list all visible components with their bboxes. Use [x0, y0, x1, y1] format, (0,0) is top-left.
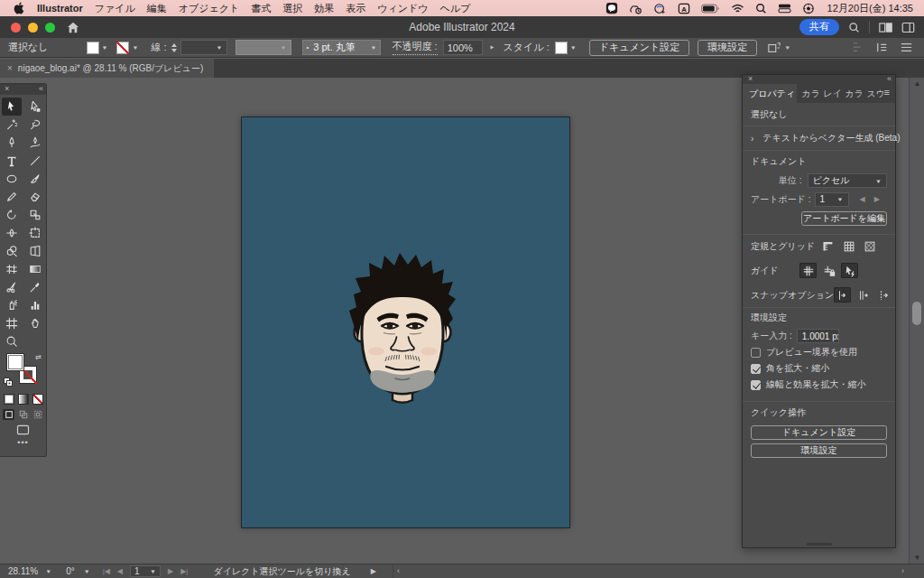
panel-tab-3[interactable]: レイヤー [818, 84, 840, 103]
prev-artboard-icon[interactable]: ◀ [860, 195, 865, 203]
line-app-icon[interactable] [605, 2, 618, 14]
tools-close-icon[interactable]: × [5, 84, 9, 94]
rotation-value[interactable]: 0° [66, 566, 75, 576]
rotate-tool[interactable] [2, 206, 22, 224]
panel-tab-4[interactable]: カラーガイド [841, 84, 863, 103]
artboard-dropdown[interactable]: 1▼ [815, 192, 849, 207]
tools-collapse-icon[interactable]: « [39, 84, 42, 94]
style-swatch[interactable] [555, 42, 568, 54]
text-to-vector-row[interactable]: › テキストからベクター生成 (Beta) [751, 126, 887, 150]
browser-assist-icon[interactable] [653, 3, 667, 14]
rotation-chevron[interactable]: ▼ [84, 569, 90, 574]
close-tab-icon[interactable]: × [7, 63, 13, 73]
menu-item[interactable]: ウィンドウ [377, 3, 428, 14]
key-input-field[interactable]: 1.0001 px [797, 329, 839, 343]
draw-normal-button[interactable] [3, 409, 14, 420]
preferences-button[interactable]: 環境設定 [698, 40, 757, 56]
menu-item[interactable]: ヘルプ [440, 3, 471, 14]
unit-dropdown[interactable]: ピクセル▼ [808, 173, 887, 188]
arrange-documents-icon[interactable] [879, 22, 892, 33]
control-center-icon[interactable] [802, 3, 815, 14]
lasso-tool[interactable] [25, 116, 45, 134]
expand-chevron-icon[interactable]: › [751, 134, 753, 144]
panel-dock-icon[interactable] [875, 42, 889, 53]
symbol-sprayer-tool[interactable] [2, 296, 22, 314]
quick-document-setup-button[interactable]: ドキュメント設定 [751, 425, 887, 440]
checkbox-unchecked-icon[interactable] [751, 348, 761, 358]
brush-definition-chevron[interactable]: ▼ [368, 40, 381, 55]
edit-toolbar-icon[interactable]: ••• [0, 438, 46, 447]
scroll-right-icon[interactable]: › [901, 566, 904, 575]
next-artboard-icon2[interactable]: ▶ [168, 567, 173, 575]
menu-item[interactable]: オブジェクト [179, 3, 240, 14]
snap-to-pixel-icon[interactable] [875, 287, 892, 303]
fill-stroke-indicator[interactable]: ⇄ [0, 352, 46, 392]
menu-item[interactable]: Illustrator [37, 3, 83, 14]
fill-color-box[interactable] [6, 353, 24, 371]
zoom-chevron[interactable]: ▼ [45, 569, 51, 574]
curvature-tool[interactable] [25, 134, 45, 152]
artboard-nav-field[interactable]: 1▼ [130, 565, 161, 577]
column-graph-tool[interactable] [25, 296, 45, 314]
variable-width-profile[interactable]: ▼ [236, 40, 291, 55]
quick-preferences-button[interactable]: 環境設定 [751, 443, 887, 458]
prev-artboard-icon2[interactable]: ◀ [117, 567, 123, 575]
artboard-tool[interactable] [2, 314, 22, 332]
pen-tool[interactable] [2, 134, 22, 152]
preference-checkbox-row[interactable]: 線幅と効果を拡大・縮小 [751, 377, 887, 393]
next-artboard-icon[interactable]: ▶ [874, 195, 880, 203]
panel-collapse-icon[interactable]: « [887, 74, 891, 83]
panel-tab-2[interactable]: カラー [797, 84, 818, 103]
checkbox-checked-icon[interactable] [751, 364, 761, 374]
show-guides-icon[interactable] [799, 263, 817, 278]
document-setup-button[interactable]: ドキュメント設定 [589, 40, 690, 56]
input-source-icon[interactable]: A [678, 3, 690, 14]
vertical-scrollbar-thumb[interactable] [912, 302, 921, 325]
hand-tool[interactable] [25, 314, 45, 332]
opacity-expand-chevron[interactable]: ▼ [488, 44, 494, 51]
isolate-selection-icon[interactable] [767, 42, 781, 54]
width-tool[interactable] [2, 224, 22, 242]
gradient-tool[interactable] [25, 260, 45, 278]
panel-tab-1[interactable]: プロパティ [743, 84, 797, 103]
swap-fill-stroke-icon[interactable]: ⇄ [35, 353, 42, 361]
panel-close-icon[interactable]: × [748, 74, 753, 83]
eyedropper-tool[interactable] [25, 278, 45, 296]
pencil-tool[interactable] [2, 188, 22, 206]
edit-artboards-button[interactable]: アートボードを編集 [801, 211, 887, 226]
default-fill-stroke-icon[interactable] [4, 378, 14, 387]
scroll-up-icon[interactable]: ▲ [910, 79, 924, 88]
panel-resize-grip[interactable] [807, 543, 832, 545]
transparency-grid-icon[interactable] [861, 239, 878, 255]
wifi-icon[interactable] [731, 4, 744, 14]
selection-tool[interactable] [2, 98, 22, 116]
battery-icon[interactable] [701, 4, 720, 14]
time-tracker-icon[interactable] [629, 3, 642, 14]
screen-mode-button[interactable] [0, 424, 46, 435]
fill-swatch[interactable] [87, 42, 99, 54]
magic-wand-tool[interactable] [2, 116, 22, 134]
opacity-label[interactable]: 不透明度 : [393, 40, 438, 55]
spotlight-icon[interactable] [755, 3, 767, 14]
panel-tab-5[interactable]: スウォッチ [863, 84, 884, 103]
brush-definition[interactable]: • 3 pt. 丸筆 [302, 40, 369, 55]
vertical-scrollbar[interactable]: ▲ ▼ [909, 78, 924, 564]
shape-builder-tool[interactable] [2, 242, 22, 260]
style-swatch-chevron[interactable]: ▼ [570, 45, 577, 51]
workspace-switcher-icon[interactable] [901, 22, 915, 33]
lock-guides-icon[interactable] [820, 263, 837, 278]
last-artboard-icon[interactable]: ▶| [180, 567, 188, 575]
stroke-weight-stepper[interactable] [171, 43, 177, 52]
ellipse-tool[interactable] [2, 170, 22, 188]
panel-list-icon[interactable] [900, 42, 913, 53]
type-tool[interactable] [2, 152, 22, 170]
smart-guides-icon[interactable] [841, 263, 858, 278]
scale-tool[interactable] [25, 206, 45, 224]
keyboard-panel-icon[interactable] [778, 3, 791, 14]
snap-to-point-icon[interactable] [834, 287, 851, 303]
preference-checkbox-row[interactable]: プレビュー境界を使用 [751, 344, 887, 360]
snap-to-grid-icon[interactable] [855, 287, 872, 303]
status-expand-icon[interactable]: ▶ [371, 567, 376, 575]
draw-behind-button[interactable] [17, 409, 29, 420]
menubar-clock[interactable]: 12月20日(金) 14:35 [827, 2, 913, 15]
